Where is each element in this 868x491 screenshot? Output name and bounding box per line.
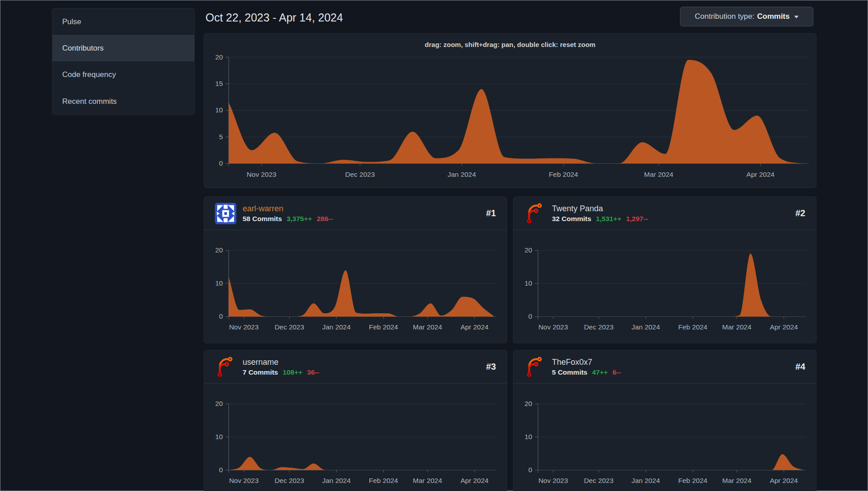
svg-text:15: 15 (215, 80, 223, 87)
svg-text:5: 5 (219, 133, 223, 141)
overall-activity-chart[interactable]: 05101520Nov 2023Dec 2023Jan 2024Feb 2024… (204, 34, 816, 188)
svg-text:Nov 2023: Nov 2023 (539, 323, 568, 331)
svg-text:Feb 2024: Feb 2024 (369, 323, 398, 331)
svg-text:10: 10 (215, 279, 223, 287)
contributors-page: Pulse Contributors Code frequency Recent… (0, 0, 868, 491)
repo-activity-sidebar: Pulse Contributors Code frequency Recent… (52, 8, 195, 115)
contributor-stats: 32 Commits 1,531++ 1,297-- (552, 215, 789, 223)
date-range-heading: Oct 22, 2023 - Apr 14, 2024 (205, 11, 343, 24)
svg-text:Apr 2024: Apr 2024 (461, 477, 489, 484)
caret-down-icon (794, 16, 799, 21)
svg-text:20: 20 (215, 400, 223, 407)
contributor-card: 01020Nov 2023Dec 2023Jan 2024Feb 2024Mar… (513, 196, 817, 343)
svg-text:0: 0 (528, 466, 532, 474)
svg-text:Mar 2024: Mar 2024 (722, 323, 752, 331)
svg-text:Nov 2023: Nov 2023 (539, 477, 568, 484)
rank-badge: #2 (795, 208, 805, 218)
avatar (215, 356, 236, 378)
additions-count: 1,531++ (596, 215, 621, 222)
contribution-type-dropdown[interactable]: Contribution type: Commits (680, 7, 813, 26)
svg-text:0: 0 (219, 466, 223, 474)
contributor-card: 01020Nov 2023Dec 2023Jan 2024Feb 2024Mar… (204, 350, 507, 491)
rank-badge: #3 (486, 362, 496, 372)
svg-text:Dec 2023: Dec 2023 (584, 323, 613, 331)
svg-text:Dec 2023: Dec 2023 (584, 477, 613, 484)
svg-text:Jan 2024: Jan 2024 (448, 171, 476, 178)
contributor-name-link[interactable]: TheFox0x7 (552, 357, 789, 367)
contributor-info: Twenty Panda 32 Commits 1,531++ 1,297-- (552, 204, 789, 223)
svg-text:20: 20 (525, 246, 532, 254)
svg-text:20: 20 (525, 400, 532, 407)
svg-text:Feb 2024: Feb 2024 (549, 171, 578, 178)
svg-text:Mar 2024: Mar 2024 (413, 323, 442, 331)
contributor-card: 01020Nov 2023Dec 2023Jan 2024Feb 2024Mar… (204, 196, 507, 343)
sidebar-item-code-frequency[interactable]: Code frequency (52, 61, 194, 88)
deletions-count: 6-- (612, 368, 621, 376)
svg-text:Apr 2024: Apr 2024 (770, 477, 798, 484)
svg-text:Nov 2023: Nov 2023 (229, 477, 259, 484)
contributor-info: TheFox0x7 5 Commits 47++ 6-- (552, 357, 789, 376)
svg-text:10: 10 (215, 433, 223, 440)
contributor-card-header: Twenty Panda 32 Commits 1,531++ 1,297-- … (513, 197, 816, 230)
sidebar-item-recent-commits[interactable]: Recent commits (52, 88, 194, 115)
svg-text:Dec 2023: Dec 2023 (345, 171, 375, 178)
svg-text:Apr 2024: Apr 2024 (746, 171, 774, 178)
svg-text:0: 0 (219, 312, 223, 320)
additions-count: 108++ (283, 368, 303, 376)
additions-count: 47++ (592, 368, 608, 376)
contributor-card-header: username 7 Commits 108++ 36-- #3 (204, 350, 507, 384)
svg-text:20: 20 (215, 246, 223, 254)
avatar (215, 203, 236, 224)
commit-count: 5 Commits (552, 368, 587, 376)
svg-text:Dec 2023: Dec 2023 (274, 323, 304, 331)
rank-badge: #1 (486, 208, 496, 218)
svg-text:Jan 2024: Jan 2024 (632, 323, 660, 331)
deletions-count: 286-- (316, 215, 333, 222)
contributor-info: username 7 Commits 108++ 36-- (243, 357, 480, 376)
svg-text:Jan 2024: Jan 2024 (322, 477, 351, 484)
contribution-type-label: Contribution type: (695, 12, 754, 21)
contributor-card: 01020Nov 2023Dec 2023Jan 2024Feb 2024Mar… (513, 350, 817, 491)
svg-text:20: 20 (215, 53, 223, 61)
commit-count: 7 Commits (243, 368, 278, 376)
svg-text:10: 10 (525, 433, 532, 440)
contributor-card-header: TheFox0x7 5 Commits 47++ 6-- #4 (513, 350, 816, 384)
sidebar-item-pulse[interactable]: Pulse (52, 9, 194, 35)
svg-text:Dec 2023: Dec 2023 (274, 477, 304, 484)
deletions-count: 1,297-- (626, 215, 648, 222)
deletions-count: 36-- (307, 368, 320, 376)
sidebar-item-contributors[interactable]: Contributors (52, 35, 194, 61)
svg-text:0: 0 (219, 159, 223, 167)
contributor-stats: 58 Commits 3,375++ 286-- (243, 215, 480, 223)
svg-text:Nov 2023: Nov 2023 (247, 171, 276, 178)
contributor-name-link[interactable]: username (243, 357, 480, 367)
svg-text:Apr 2024: Apr 2024 (770, 323, 798, 331)
contributor-stats: 5 Commits 47++ 6-- (552, 368, 789, 376)
svg-text:Mar 2024: Mar 2024 (644, 171, 674, 178)
additions-count: 3,375++ (286, 215, 312, 222)
commit-count: 58 Commits (243, 215, 282, 222)
svg-text:Jan 2024: Jan 2024 (322, 323, 351, 331)
rank-badge: #4 (795, 362, 805, 372)
svg-text:Feb 2024: Feb 2024 (678, 323, 708, 331)
avatar (524, 203, 546, 224)
svg-text:Feb 2024: Feb 2024 (678, 477, 708, 484)
contributor-card-header: earl-warren 58 Commits 3,375++ 286-- #1 (204, 197, 507, 230)
svg-text:Jan 2024: Jan 2024 (632, 477, 660, 484)
contribution-type-value: Commits (757, 12, 790, 21)
avatar (524, 356, 546, 378)
chart-zoom-hint: drag: zoom, shift+drag: pan, double clic… (204, 41, 816, 48)
svg-text:10: 10 (215, 107, 223, 114)
svg-text:Feb 2024: Feb 2024 (369, 477, 398, 484)
contributor-stats: 7 Commits 108++ 36-- (243, 368, 480, 376)
svg-text:10: 10 (525, 279, 532, 287)
svg-text:Mar 2024: Mar 2024 (413, 477, 442, 484)
svg-text:Nov 2023: Nov 2023 (229, 323, 259, 331)
contributor-name-link[interactable]: earl-warren (243, 204, 480, 213)
svg-text:Mar 2024: Mar 2024 (722, 477, 752, 484)
contributor-name-link[interactable]: Twenty Panda (552, 204, 789, 213)
commit-count: 32 Commits (552, 215, 591, 222)
svg-text:Apr 2024: Apr 2024 (461, 323, 489, 331)
contributor-info: earl-warren 58 Commits 3,375++ 286-- (243, 204, 480, 223)
overall-activity-panel: 05101520Nov 2023Dec 2023Jan 2024Feb 2024… (204, 33, 817, 188)
